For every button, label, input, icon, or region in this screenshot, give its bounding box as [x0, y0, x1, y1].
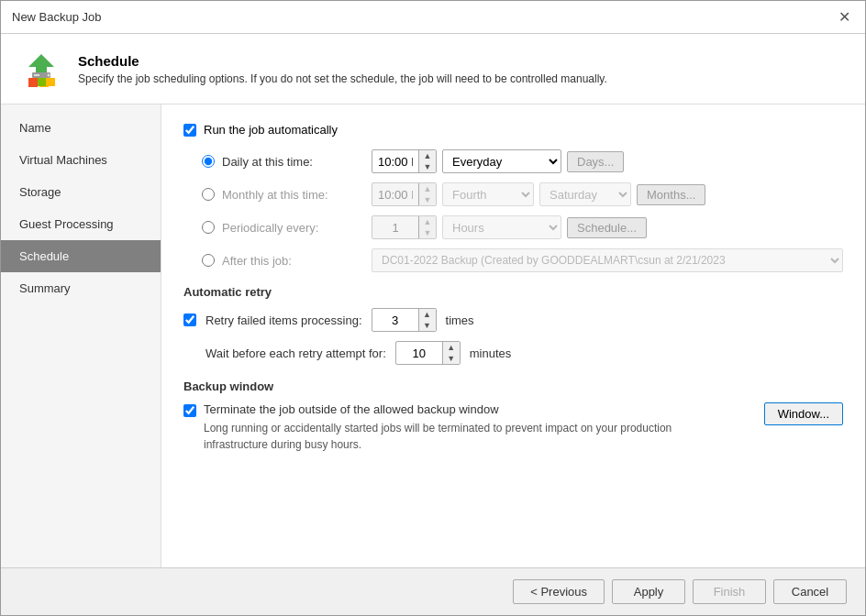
- periodically-value-input: [372, 219, 418, 236]
- monthly-controls: ▲ ▼ Fourth Saturday Months...: [372, 182, 843, 206]
- periodically-up: ▲: [419, 216, 436, 227]
- backup-window-row: Terminate the job outside of the allowed…: [183, 402, 843, 453]
- monthly-time-spinner-btns: ▲ ▼: [418, 183, 436, 205]
- header-description: Specify the job scheduling options. If y…: [78, 72, 607, 85]
- daily-time-spinner-btns: ▲ ▼: [418, 150, 436, 172]
- sidebar-item-schedule[interactable]: Schedule: [1, 240, 161, 272]
- schedule-button[interactable]: Schedule...: [567, 217, 647, 238]
- close-button[interactable]: ✕: [834, 7, 854, 28]
- svg-point-10: [48, 74, 50, 77]
- header-area: Schedule Specify the job scheduling opti…: [1, 34, 865, 104]
- retry-count-up[interactable]: ▲: [419, 309, 436, 320]
- wait-value-input[interactable]: [396, 345, 442, 362]
- retry-unit-label: times: [446, 314, 474, 327]
- sidebar-item-summary[interactable]: Summary: [1, 272, 161, 304]
- app-icon: [19, 47, 63, 91]
- wait-spinner: ▲ ▼: [395, 341, 461, 365]
- wait-unit-label: minutes: [470, 346, 512, 360]
- after-job-controls: DC01-2022 Backup (Created by GOODDEALMAR…: [372, 248, 843, 272]
- run-automatically-label: Run the job automatically: [204, 123, 338, 137]
- wait-down[interactable]: ▼: [443, 353, 460, 364]
- periodically-controls: ▲ ▼ Hours Minutes Schedule...: [372, 215, 843, 239]
- body-area: Name Virtual Machines Storage Guest Proc…: [1, 104, 865, 567]
- retry-count-input[interactable]: [372, 312, 418, 329]
- backup-window-section: Backup window Terminate the job outside …: [183, 380, 843, 453]
- automatic-retry-section-label: Automatic retry: [183, 285, 843, 299]
- main-content: Run the job automatically Daily at this …: [161, 104, 865, 567]
- run-automatically-row: Run the job automatically: [183, 123, 843, 137]
- monthly-time-input: [372, 186, 418, 204]
- retry-count-down[interactable]: ▼: [419, 320, 436, 331]
- monthly-label: Monthly at this time:: [222, 188, 364, 202]
- wait-up[interactable]: ▲: [443, 342, 460, 353]
- daily-controls: ▲ ▼ Everyday Weekdays Weekends Days...: [372, 149, 843, 173]
- wait-row: Wait before each retry attempt for: ▲ ▼ …: [205, 341, 843, 365]
- dialog: New Backup Job ✕: [0, 0, 866, 616]
- header-title: Schedule: [78, 53, 607, 69]
- terminate-checkbox[interactable]: [183, 404, 196, 417]
- finish-button: Finish: [693, 579, 766, 604]
- backup-window-left: Terminate the job outside of the allowed…: [183, 402, 736, 453]
- periodically-spinner: ▲ ▼: [372, 215, 437, 239]
- days-button[interactable]: Days...: [567, 151, 624, 172]
- svg-rect-6: [38, 78, 46, 86]
- retry-row: Retry failed items processing: ▲ ▼ times: [183, 308, 843, 332]
- periodically-spinner-btns: ▲ ▼: [418, 216, 436, 238]
- daily-radio-row: Daily at this time: ▲ ▼ Everyday Weekday…: [202, 149, 843, 173]
- terminate-label: Terminate the job outside of the allowed…: [204, 402, 499, 416]
- periodically-unit-select: Hours Minutes: [442, 215, 561, 239]
- periodically-radio[interactable]: [202, 221, 215, 234]
- monthly-time-spinner: ▲ ▼: [372, 182, 437, 206]
- title-bar: New Backup Job ✕: [1, 1, 865, 34]
- previous-button[interactable]: < Previous: [513, 579, 605, 604]
- run-automatically-checkbox[interactable]: [183, 124, 196, 137]
- months-button[interactable]: Months...: [637, 184, 705, 205]
- retry-label: Retry failed items processing:: [205, 314, 362, 327]
- window-button[interactable]: Window...: [764, 402, 843, 425]
- backup-window-text-block: Terminate the job outside of the allowed…: [204, 402, 736, 453]
- footer: < Previous Apply Finish Cancel: [1, 567, 865, 615]
- monthly-day-select: Saturday: [539, 182, 631, 206]
- after-job-label: After this job:: [222, 254, 364, 268]
- retry-count-btns: ▲ ▼: [418, 309, 436, 331]
- sidebar-item-storage[interactable]: Storage: [1, 176, 161, 208]
- periodically-label: Periodically every:: [222, 221, 364, 235]
- monthly-time-up: ▲: [419, 183, 436, 194]
- after-job-radio-row: After this job: DC01-2022 Backup (Create…: [202, 248, 843, 272]
- cancel-button[interactable]: Cancel: [773, 579, 847, 604]
- monthly-time-down: ▼: [419, 194, 436, 205]
- periodically-radio-row: Periodically every: ▲ ▼ Hours Minutes: [202, 215, 843, 239]
- backup-window-section-label: Backup window: [183, 380, 843, 393]
- monthly-radio[interactable]: [202, 188, 215, 201]
- retry-count-spinner: ▲ ▼: [372, 308, 437, 332]
- daily-label: Daily at this time:: [222, 155, 364, 169]
- daily-time-input[interactable]: [372, 153, 418, 170]
- apply-button[interactable]: Apply: [612, 579, 685, 604]
- daily-frequency-select[interactable]: Everyday Weekdays Weekends: [442, 149, 561, 173]
- wait-spinner-btns: ▲ ▼: [442, 342, 460, 364]
- sidebar: Name Virtual Machines Storage Guest Proc…: [1, 104, 161, 567]
- schedule-radio-group: Daily at this time: ▲ ▼ Everyday Weekday…: [202, 149, 843, 272]
- daily-time-spinner: ▲ ▼: [372, 149, 437, 173]
- sidebar-item-virtual-machines[interactable]: Virtual Machines: [1, 144, 161, 176]
- daily-time-up[interactable]: ▲: [419, 150, 436, 161]
- after-job-select: DC01-2022 Backup (Created by GOODDEALMAR…: [372, 248, 843, 272]
- after-job-radio[interactable]: [202, 254, 215, 267]
- backup-window-description: Long running or accidentally started job…: [204, 420, 736, 453]
- daily-radio[interactable]: [202, 155, 215, 168]
- monthly-radio-row: Monthly at this time: ▲ ▼ Fourth: [202, 182, 843, 206]
- monthly-week-select: Fourth: [442, 182, 534, 206]
- header-text: Schedule Specify the job scheduling opti…: [78, 53, 607, 85]
- retry-checkbox[interactable]: [183, 314, 196, 326]
- sidebar-item-name[interactable]: Name: [1, 112, 161, 144]
- daily-time-down[interactable]: ▼: [419, 161, 436, 172]
- svg-rect-7: [47, 78, 55, 86]
- wait-label: Wait before each retry attempt for:: [205, 346, 386, 360]
- sidebar-item-guest-processing[interactable]: Guest Processing: [1, 208, 161, 240]
- svg-rect-9: [34, 74, 39, 76]
- periodically-down: ▼: [419, 227, 436, 238]
- svg-rect-5: [28, 78, 37, 86]
- dialog-title: New Backup Job: [12, 10, 102, 24]
